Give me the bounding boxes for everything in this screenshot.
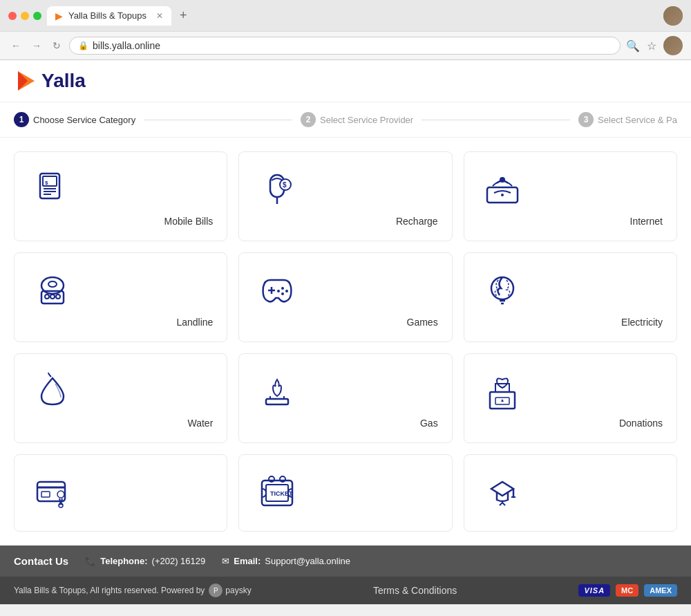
bookmark-icon[interactable]: ☆ bbox=[647, 39, 656, 53]
logo-icon bbox=[14, 68, 39, 93]
service-card-internet[interactable]: Internet bbox=[464, 151, 677, 241]
window-controls bbox=[8, 12, 41, 20]
email-icon: ✉ bbox=[222, 556, 229, 566]
telephone-value: (+202) 16129 bbox=[152, 556, 206, 566]
svg-point-18 bbox=[45, 295, 49, 299]
footer-bottom: Yalla Bills & Topups, All rights reserve… bbox=[0, 577, 691, 604]
landline-icon bbox=[28, 267, 77, 315]
paysky-logo: P paysky bbox=[209, 584, 251, 597]
svg-point-25 bbox=[285, 290, 288, 292]
contact-us-label: Contact Us bbox=[14, 555, 68, 567]
logo-text: Yalla bbox=[41, 70, 86, 92]
svg-rect-38 bbox=[41, 492, 50, 497]
telephone-label: Telephone: bbox=[100, 556, 147, 566]
svg-point-39 bbox=[57, 491, 64, 498]
gas-icon bbox=[253, 368, 301, 416]
service-grid: $ Mobile Bills $ Recharge bbox=[14, 151, 677, 532]
svg-point-21 bbox=[48, 281, 57, 287]
step-1: 1 Choose Service Category bbox=[14, 112, 135, 127]
service-card-credit-card[interactable] bbox=[14, 454, 227, 532]
progress-steps: 1 Choose Service Category 2 Select Servi… bbox=[0, 102, 691, 138]
svg-point-26 bbox=[281, 292, 284, 295]
svg-point-28 bbox=[491, 277, 513, 299]
service-card-gas[interactable]: Gas bbox=[238, 353, 452, 443]
footer-contact: Contact Us 📞 Telephone: (+202) 16129 ✉ E… bbox=[0, 545, 691, 577]
url-bar[interactable]: 🔒 bills.yalla.online bbox=[69, 37, 621, 55]
internet-label: Internet bbox=[630, 216, 663, 227]
service-card-games[interactable]: Games bbox=[238, 252, 452, 342]
svg-rect-31 bbox=[266, 399, 288, 404]
tab-title: Yalla Bills & Topups bbox=[68, 10, 146, 21]
svg-point-15 bbox=[501, 194, 504, 196]
visa-badge: VISA bbox=[578, 584, 610, 597]
service-card-recharge[interactable]: $ Recharge bbox=[238, 151, 452, 241]
service-card-tickets[interactable]: TICKET bbox=[238, 454, 452, 532]
terms-conditions-link[interactable]: Terms & Conditions bbox=[373, 585, 457, 596]
electricity-label: Electricity bbox=[621, 317, 663, 328]
step-1-num: 1 bbox=[14, 112, 29, 127]
maximize-button[interactable] bbox=[33, 12, 41, 20]
new-tab-button[interactable]: + bbox=[174, 6, 193, 26]
email-value: Support@yalla.online bbox=[265, 556, 350, 566]
tab-bar: ▶ Yalla Bills & Topups ✕ + bbox=[47, 6, 658, 26]
service-card-landline[interactable]: Landline bbox=[14, 252, 227, 342]
water-icon bbox=[28, 368, 77, 416]
browser-profile[interactable] bbox=[663, 6, 683, 26]
electricity-icon bbox=[478, 267, 527, 315]
mobile-bills-icon: $ bbox=[28, 166, 77, 214]
profile-icon[interactable] bbox=[663, 36, 683, 55]
step-2: 2 Select Service Provider bbox=[301, 112, 413, 127]
tab-close-button[interactable]: ✕ bbox=[156, 11, 163, 21]
recharge-icon: $ bbox=[253, 166, 301, 214]
reload-button[interactable]: ↻ bbox=[50, 39, 64, 53]
browser-chrome: ▶ Yalla Bills & Topups ✕ + ← → ↻ 🔒 bills… bbox=[0, 0, 691, 60]
service-card-donations[interactable]: Donations bbox=[464, 353, 677, 443]
step-divider-1 bbox=[144, 120, 292, 120]
search-icon[interactable]: 🔍 bbox=[626, 39, 640, 53]
forward-button[interactable]: → bbox=[29, 39, 44, 53]
service-grid-container: $ Mobile Bills $ Recharge bbox=[0, 138, 691, 545]
svg-point-27 bbox=[277, 290, 280, 292]
copyright-label: Yalla Bills & Topups, All rights reserve… bbox=[14, 586, 205, 595]
tab-favicon: ▶ bbox=[55, 10, 63, 21]
step-3: 3 Select Service & Pa bbox=[578, 112, 677, 127]
logo[interactable]: Yalla bbox=[14, 68, 677, 93]
service-card-water[interactable]: Water bbox=[14, 353, 227, 443]
step-1-label: Choose Service Category bbox=[33, 115, 135, 125]
step-2-label: Select Service Provider bbox=[320, 115, 413, 125]
svg-point-20 bbox=[56, 295, 60, 299]
active-tab[interactable]: ▶ Yalla Bills & Topups ✕ bbox=[47, 6, 171, 26]
close-button[interactable] bbox=[8, 12, 17, 20]
step-2-num: 2 bbox=[301, 112, 316, 127]
email-item: ✉ Email: Support@yalla.online bbox=[222, 556, 350, 566]
browser-action-buttons: 🔍 ☆ bbox=[626, 36, 683, 55]
education-icon bbox=[478, 469, 527, 517]
page-content: Yalla 1 Choose Service Category 2 Select… bbox=[0, 60, 691, 545]
svg-point-19 bbox=[50, 295, 55, 299]
tickets-icon: TICKET bbox=[253, 469, 301, 517]
svg-point-24 bbox=[281, 287, 284, 290]
gas-label: Gas bbox=[420, 418, 438, 429]
landline-label: Landline bbox=[176, 317, 213, 328]
credit-card-icon bbox=[28, 469, 77, 517]
recharge-label: Recharge bbox=[396, 216, 438, 227]
service-card-mobile-bills[interactable]: $ Mobile Bills bbox=[14, 151, 227, 241]
url-text: bills.yalla.online bbox=[93, 40, 612, 51]
minimize-button[interactable] bbox=[21, 12, 29, 20]
mobile-bills-label: Mobile Bills bbox=[164, 216, 214, 227]
svg-text:$: $ bbox=[283, 181, 287, 189]
service-card-education[interactable] bbox=[464, 454, 677, 532]
svg-text:$: $ bbox=[45, 180, 48, 186]
back-button[interactable]: ← bbox=[8, 39, 23, 53]
step-3-num: 3 bbox=[578, 112, 594, 127]
address-bar: ← → ↻ 🔒 bills.yalla.online 🔍 ☆ bbox=[0, 31, 691, 59]
copyright-text: Yalla Bills & Topups, All rights reserve… bbox=[14, 584, 252, 597]
mastercard-badge: MC bbox=[616, 584, 638, 597]
step-3-label: Select Service & Pa bbox=[598, 115, 677, 125]
service-card-electricity[interactable]: Electricity bbox=[464, 252, 677, 342]
payment-methods: VISA MC AMEX bbox=[578, 584, 677, 597]
water-label: Water bbox=[188, 418, 214, 429]
lock-icon: 🔒 bbox=[78, 41, 88, 50]
paysky-text: paysky bbox=[225, 586, 251, 595]
amex-badge: AMEX bbox=[644, 584, 677, 597]
